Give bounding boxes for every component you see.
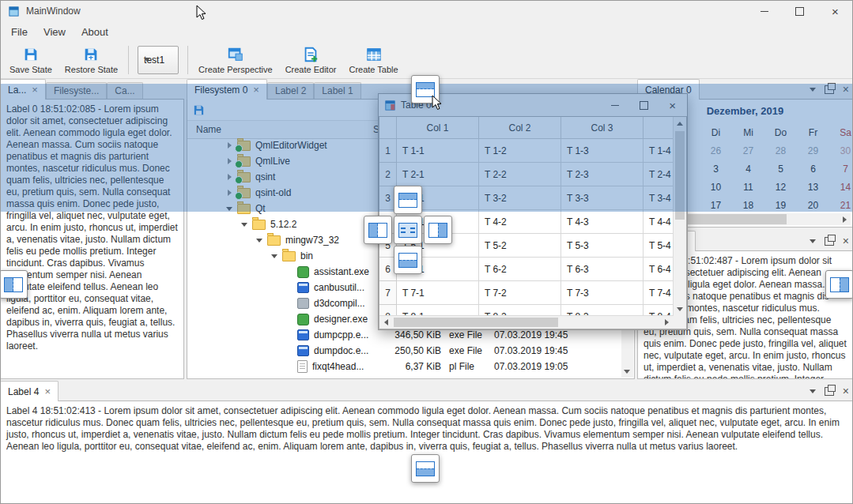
panel-menu-icon[interactable]	[810, 239, 816, 243]
column-header-name[interactable]: Name	[196, 124, 221, 135]
table-cell[interactable]: T 5-2	[479, 234, 561, 258]
chevron-right-icon[interactable]	[223, 174, 236, 180]
table-cell[interactable]: T 1-3	[561, 139, 644, 163]
calendar-day[interactable]: 30	[829, 145, 853, 156]
column-header[interactable]: Col 4	[644, 117, 674, 139]
calendar-day[interactable]: 20	[797, 200, 829, 211]
maximize-icon[interactable]	[640, 101, 648, 110]
vertical-scrollbar[interactable]	[673, 117, 686, 316]
tab-filesystem-1[interactable]: Filesyste...	[46, 82, 107, 99]
menu-file[interactable]: File	[3, 24, 36, 40]
table-cell[interactable]: T 2-2	[479, 163, 561, 186]
calendar-day[interactable]: 4	[732, 164, 764, 175]
dock-drop-indicator-bottom-edge[interactable]	[411, 454, 440, 483]
table-cell[interactable]: T 8-4	[644, 305, 674, 316]
calendar-day[interactable]: 14	[829, 182, 853, 193]
dock-drop-indicator-area-right[interactable]	[424, 216, 452, 244]
table-cell[interactable]: T 7-4	[644, 281, 674, 305]
table-cell[interactable]: T 2-1	[397, 163, 479, 186]
chevron-right-icon[interactable]	[223, 158, 236, 164]
restore-state-button[interactable]: Restore State	[59, 41, 124, 79]
table-cell[interactable]: T 4-4	[644, 210, 674, 234]
close-button[interactable]: ×	[817, 0, 853, 22]
calendar-day[interactable]: 7	[829, 164, 853, 175]
close-icon[interactable]: ×	[669, 100, 676, 111]
tab-close-icon[interactable]: ×	[44, 386, 51, 397]
panel-close-icon[interactable]: ×	[843, 235, 849, 246]
calendar-day[interactable]: 3	[700, 164, 732, 175]
maximize-button[interactable]	[782, 0, 817, 22]
row-header[interactable]: 1	[379, 139, 397, 163]
calendar-day[interactable]: 10	[700, 182, 732, 193]
tab-label0[interactable]: La... ×	[0, 79, 46, 100]
calendar-day[interactable]: 17	[700, 200, 732, 211]
column-header[interactable]: Col 2	[479, 117, 561, 139]
calendar-day[interactable]: 26	[700, 145, 732, 156]
table-cell[interactable]: T 5-4	[644, 234, 674, 258]
row-header[interactable]: 2	[379, 163, 397, 186]
scroll-left-icon[interactable]	[384, 319, 388, 325]
table-cell[interactable]: T 2-4	[644, 163, 674, 186]
table-cell[interactable]: T 7-1	[397, 281, 479, 305]
table-cell[interactable]: T 7-2	[479, 281, 561, 305]
scroll-down-icon[interactable]	[624, 370, 630, 374]
chevron-down-icon[interactable]	[223, 207, 236, 211]
scrollbar-thumb[interactable]	[394, 318, 558, 327]
calendar-day[interactable]: 29	[797, 145, 829, 156]
panel-close-icon[interactable]: ×	[843, 84, 849, 95]
panel-close-icon[interactable]: ×	[843, 386, 849, 397]
table-cell[interactable]: T 5-3	[561, 234, 644, 258]
dock-drop-indicator-area-left[interactable]	[364, 216, 392, 244]
tree-item[interactable]: dumpdoc.e...250,50 KiBexe File07.03.2019…	[187, 343, 622, 359]
minimize-button[interactable]	[746, 0, 782, 22]
panel-float-icon[interactable]	[825, 237, 834, 246]
create-table-button[interactable]: Create Table	[342, 41, 404, 79]
calendar-day[interactable]: 11	[732, 182, 764, 193]
chevron-down-icon[interactable]	[238, 223, 251, 227]
table-cell[interactable]: T 3-4	[644, 186, 674, 210]
table-cell[interactable]: T 8-2	[479, 305, 561, 316]
tab-close-icon[interactable]: ×	[32, 85, 38, 95]
calendar-day[interactable]: 13	[797, 182, 829, 193]
create-editor-button[interactable]: Create Editor	[279, 41, 343, 79]
column-header[interactable]: Col 3	[561, 117, 644, 139]
table-cell[interactable]: T 1-1	[397, 139, 479, 163]
tab-close-icon[interactable]: ×	[253, 85, 259, 95]
calendar-day[interactable]: 18	[732, 200, 764, 211]
tab-label2[interactable]: Label 2	[267, 82, 314, 99]
tab-label1[interactable]: Label 1	[314, 82, 360, 99]
dock-drop-indicator-area-bottom[interactable]	[394, 246, 422, 274]
scroll-up-icon[interactable]	[677, 122, 683, 126]
calendar-day[interactable]: 6	[797, 164, 829, 175]
horizontal-scrollbar[interactable]	[379, 315, 674, 329]
calendar-day[interactable]: 27	[732, 145, 764, 156]
floating-window-table0[interactable]: Table 0 × Col 1 Col 2 Col 3 Col 4 1 T 1-…	[378, 93, 688, 330]
table-cell[interactable]: T 2-3	[561, 163, 644, 186]
table-cell[interactable]: T 8-1	[397, 305, 479, 316]
chevron-right-icon[interactable]	[223, 142, 236, 149]
table-cell[interactable]: T 3-2	[479, 186, 561, 210]
dock-drop-indicator-area-center[interactable]	[394, 216, 422, 244]
panel-menu-icon[interactable]	[810, 88, 816, 92]
save-icon[interactable]	[192, 103, 206, 117]
column-header[interactable]: Col 1	[397, 117, 479, 139]
create-perspective-button[interactable]: Create Perspective	[192, 41, 279, 79]
table-cell[interactable]: T 6-4	[644, 258, 674, 281]
table-cell[interactable]: T 3-3	[561, 186, 644, 210]
row-header[interactable]: 8	[379, 305, 397, 316]
tab-calendar-1[interactable]: Ca...	[107, 82, 142, 99]
tab-label4[interactable]: Label 4 ×	[0, 381, 59, 401]
panel-float-icon[interactable]	[825, 85, 834, 94]
chevron-down-icon[interactable]	[253, 239, 266, 243]
scroll-down-icon[interactable]	[677, 307, 683, 311]
panel-float-icon[interactable]	[825, 387, 834, 396]
dock-drop-indicator-left-edge[interactable]	[0, 270, 28, 299]
dock-drop-indicator-right-edge[interactable]	[825, 270, 853, 299]
menu-about[interactable]: About	[74, 24, 116, 40]
menu-view[interactable]: View	[36, 24, 74, 40]
minimize-icon[interactable]	[611, 105, 619, 106]
dock-drop-indicator-top[interactable]	[411, 75, 440, 103]
table-cell[interactable]: T 4-3	[561, 210, 644, 234]
calendar-day[interactable]: 28	[764, 145, 797, 156]
scroll-right-icon[interactable]	[843, 216, 847, 223]
